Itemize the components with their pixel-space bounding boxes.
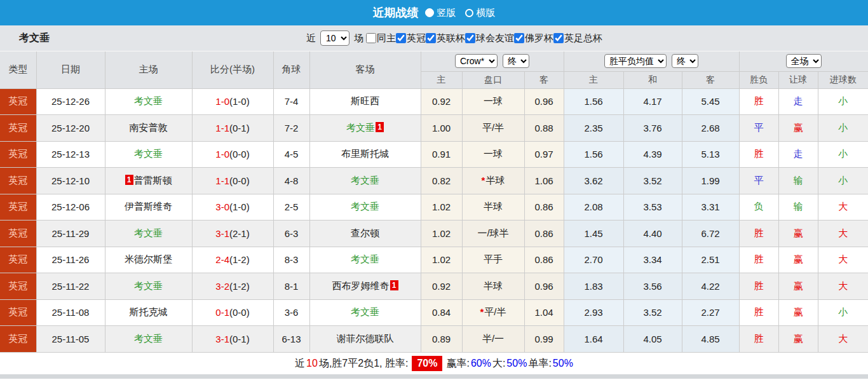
halftime-score: (1-0) (229, 96, 250, 107)
halftime-score: (0-0) (229, 307, 250, 318)
home-team-cell: 1普雷斯顿 (105, 168, 192, 194)
bookmaker-select[interactable]: Crow* (455, 54, 498, 68)
summary-segment: 大: (492, 357, 505, 370)
handicap-time-select[interactable]: 终 (503, 54, 529, 68)
handicap-outcome-cell: 赢 (778, 221, 818, 247)
fulltime-score: 3-0 (215, 201, 229, 212)
fulltime-score: 1-0 (215, 96, 229, 107)
eu-draw-odds-cell: 4.05 (623, 326, 682, 353)
checkbox-input[interactable] (514, 33, 524, 43)
corners-cell: 6-13 (273, 326, 309, 353)
eu-home-odds-cell: 1.56 (564, 141, 623, 168)
recent-count-select[interactable]: 10 (320, 31, 349, 46)
filter-checkbox-4[interactable]: 佛罗杯 (514, 32, 553, 44)
filter-checkbox-5[interactable]: 英足总杯 (553, 32, 602, 44)
date-cell: 25-12-20 (36, 115, 105, 142)
layout-radio-label: 横版 (477, 7, 496, 19)
europe-odds-select[interactable]: 胜平负均值 (604, 54, 667, 68)
recent-suffix: 场 (354, 32, 363, 44)
result-outcome-cell: 胜 (739, 273, 778, 300)
goals-outcome-cell: 大 (818, 326, 868, 353)
fulltime-score: 0-1 (215, 307, 229, 318)
filter-checkbox-3[interactable]: 球会友谊 (465, 32, 514, 44)
corners-cell: 7-2 (273, 115, 309, 142)
team-label: 考文垂 (351, 306, 379, 317)
column-header-corners: 角球 (273, 51, 309, 88)
score-cell: 3-0(1-0) (192, 194, 273, 221)
home-team-cell: 南安普敦 (105, 115, 192, 142)
result-outcome-cell: 胜 (739, 299, 778, 326)
ah-home-odds-cell: 1.00 (421, 115, 462, 142)
date-cell: 25-11-26 (36, 247, 105, 273)
red-card-badge: 1 (125, 175, 133, 185)
ah-away-odds-cell: 0.99 (524, 326, 564, 353)
eu-away-odds-cell: 2.51 (682, 247, 739, 273)
halftime-score: (2-1) (229, 228, 250, 239)
filter-checkbox-2[interactable]: 英联杯 (426, 32, 465, 44)
summary-segment: 10 (306, 358, 318, 369)
away-team-cell: 考文垂1 (309, 115, 421, 142)
team-label: 查尔顿 (351, 227, 379, 238)
eu-away-odds-cell: 5.45 (682, 88, 739, 115)
ah-home-odds-cell: 0.92 (421, 273, 462, 300)
europe-time-select[interactable]: 终 (672, 54, 698, 68)
match-scope-select[interactable]: 全场 (786, 54, 822, 68)
corners-cell: 6-3 (273, 221, 309, 247)
team-label: 考文垂 (351, 175, 379, 186)
fulltime-score: 1-1 (215, 123, 229, 133)
ah-home-odds-cell: 0.82 (421, 168, 462, 194)
filter-checkbox-1[interactable]: 英冠 (396, 32, 426, 44)
table-row: 英冠 25-11-22 考文垂 3-2(1-2) 8-1 西布罗姆维奇1 0.9… (0, 273, 868, 300)
ah-away-odds-cell: 0.96 (524, 88, 564, 115)
table-row: 英冠 25-12-13 考文垂 1-0(0-0) 4-5 布里斯托城 0.91 … (0, 141, 868, 168)
table-row: 英冠 25-11-26 米德尔斯堡 2-4(1-2) 8-3 考文垂 1.02 … (0, 247, 868, 273)
fulltime-score: 1-0 (215, 149, 229, 159)
home-team-cell: 考文垂 (105, 88, 192, 115)
subheader-eu-away: 客 (682, 71, 739, 88)
ah-away-odds-cell: 0.86 (524, 194, 564, 221)
handicap-outcome-cell: 输 (778, 194, 818, 221)
ah-away-odds-cell: 0.86 (524, 247, 564, 273)
home-team-cell: 米德尔斯堡 (105, 247, 192, 273)
checkbox-input[interactable] (426, 33, 436, 43)
table-row: 英冠 25-12-26 考文垂 1-0(1-0) 7-4 斯旺西 0.92 一球… (0, 88, 868, 115)
handicap-outcome-cell: 赢 (778, 273, 818, 300)
eu-away-odds-cell: 5.13 (682, 141, 739, 168)
eu-away-odds-cell: 4.85 (682, 326, 739, 353)
team-label: 考文垂 (134, 227, 163, 238)
checkbox-input[interactable] (366, 33, 376, 43)
team-label: 普雷斯顿 (134, 175, 172, 186)
goals-outcome-cell: 小 (818, 115, 868, 142)
live-line-star-icon: * (480, 306, 484, 317)
checkbox-label: 球会友谊 (476, 32, 514, 44)
league-cell: 英冠 (0, 194, 36, 221)
summary-segment: 单率: (528, 357, 551, 370)
ah-home-odds-cell: 1.02 (421, 247, 462, 273)
checkbox-input[interactable] (396, 33, 406, 43)
result-outcome-cell: 平 (739, 168, 778, 194)
goals-outcome-cell: 小 (818, 299, 868, 326)
ah-away-odds-cell: 0.97 (524, 141, 564, 168)
ah-line-cell: 一球 (462, 88, 524, 115)
layout-radio-label: 竖版 (437, 7, 456, 19)
filter-checkbox-0[interactable]: 同主 (366, 32, 396, 44)
eu-draw-odds-cell: 3.53 (623, 194, 682, 221)
win-rate-badge: 70% (412, 356, 442, 371)
halftime-score: (1-0) (229, 201, 250, 212)
fulltime-score: 3-1 (215, 228, 229, 239)
summary-segment: 60% (471, 358, 491, 369)
goals-outcome-cell: 大 (818, 273, 868, 300)
handicap-outcome-cell: 走 (778, 88, 818, 115)
eu-away-odds-cell: 4.22 (682, 273, 739, 300)
handicap-outcome-cell: 赢 (778, 247, 818, 273)
checkbox-input[interactable] (465, 33, 475, 43)
layout-radio-横版[interactable]: 横版 (465, 7, 496, 19)
halftime-score: (0-0) (229, 149, 250, 159)
ah-line-cell: 半球 (462, 194, 524, 221)
eu-away-odds-cell: 2.68 (682, 115, 739, 142)
layout-radio-竖版[interactable]: 竖版 (425, 7, 456, 19)
score-cell: 0-1(0-0) (192, 299, 273, 326)
checkbox-label: 同主 (377, 32, 396, 44)
ah-away-odds-cell: 0.88 (524, 115, 564, 142)
checkbox-input[interactable] (553, 33, 564, 43)
